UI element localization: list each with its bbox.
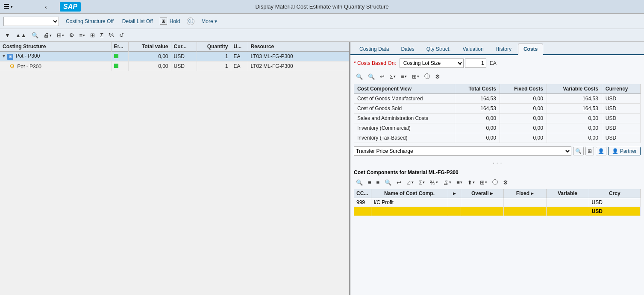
col-cost-component-view: Cost Component View: [354, 84, 455, 94]
table-row[interactable]: 999 I/C Profit USD: [354, 198, 641, 207]
bt-filter-button[interactable]: ⊿ ▾: [404, 178, 416, 187]
row-resource: LT03 ML-FG-P300: [248, 52, 349, 61]
row-error: [111, 61, 128, 71]
transfer-price-select[interactable]: Transfer Price Surcharge: [354, 146, 571, 156]
costing-structure-off-button[interactable]: Costing Structure Off: [64, 18, 115, 25]
expand-all-button[interactable]: ▲▲: [13, 31, 29, 40]
ct-list-button[interactable]: ≡ ▾: [399, 72, 409, 81]
table-row[interactable]: Cost of Goods Manufactured 164,53 0,00 1…: [354, 94, 641, 104]
expand-collapse-icon[interactable]: ▾: [3, 53, 5, 59]
table-row[interactable]: Inventory (Commercial) 0,00 0,00 0,00 US…: [354, 123, 641, 133]
ct-info-button[interactable]: ⓘ: [422, 71, 432, 82]
back-button[interactable]: ‹: [45, 3, 47, 10]
tp-grid-button[interactable]: ⊞: [585, 147, 594, 155]
hamburger-menu[interactable]: ☰ ▾: [3, 3, 13, 11]
table-row[interactable]: USD: [354, 207, 641, 216]
sap-logo: SAP: [60, 2, 81, 12]
cost-comp-fixed: 0,00: [500, 94, 547, 104]
table-row[interactable]: Cost of Goods Sold 164,53 0,00 164,53 US…: [354, 104, 641, 114]
cell-cc: 999: [354, 198, 371, 207]
cell-fixed: [503, 207, 546, 216]
table-row[interactable]: Sales and Administration Costs 0,00 0,00…: [354, 114, 641, 123]
bt-sum-button[interactable]: Σ ▾: [417, 178, 427, 187]
bt-fraction-button[interactable]: ⅗ ▾: [428, 178, 440, 187]
detail-list-off-button[interactable]: Detail List Off: [121, 18, 155, 25]
cost-comp-name: Cost of Goods Sold: [354, 104, 455, 114]
cost-comp-fixed: 0,00: [500, 123, 547, 133]
table-row[interactable]: ⚙ Pot - P300 0,00 USD 1 EA LT02 ML-FG-P3…: [0, 61, 349, 71]
tab-valuation[interactable]: Valuation: [457, 44, 489, 54]
title-bar: ☰ ▾ ‹ SAP Display Material Cost Estimate…: [0, 0, 644, 14]
error-indicator: [114, 64, 118, 68]
info-button[interactable]: ⓘ: [187, 18, 194, 25]
cost-components-title: Cost Components for Material ML-FG-P300: [354, 168, 641, 177]
cost-comp-currency: USD: [602, 123, 640, 133]
table-row[interactable]: ▾ ⊞ Pot - P300 0,00 USD 1 EA LT03 ML-FG-…: [0, 52, 349, 61]
col-fixed-costs: Fixed Costs: [500, 84, 547, 94]
bt-undo-button[interactable]: ↩: [394, 178, 403, 187]
menu-dropdown-icon[interactable]: ▾: [11, 5, 13, 9]
bt-align-left-button[interactable]: ≡: [366, 178, 373, 187]
col-error: Er...: [111, 42, 128, 52]
ct-settings-button[interactable]: ⚙: [433, 72, 442, 81]
ct-undo-button[interactable]: ↩: [378, 72, 387, 81]
costs-quantity-input[interactable]: [465, 58, 486, 68]
cell-name: [371, 207, 448, 216]
row-quantity: 1: [197, 52, 231, 61]
settings-button[interactable]: ⚙: [67, 31, 76, 40]
tab-history[interactable]: History: [490, 44, 517, 54]
cost-comp-fixed: 0,00: [500, 104, 547, 114]
search-button[interactable]: 🔍: [29, 31, 41, 40]
bt-search-button[interactable]: 🔍: [354, 178, 365, 187]
bt-align-right-button[interactable]: ≡: [374, 178, 382, 187]
hold-button[interactable]: Hold: [168, 18, 182, 25]
toolbar-select[interactable]: [3, 17, 59, 26]
cost-comp-fixed: 0,00: [500, 133, 547, 143]
row-error: [111, 52, 128, 61]
refresh-button[interactable]: ↺: [117, 31, 126, 40]
ct-grid-button[interactable]: ⊞ ▾: [410, 72, 421, 81]
sum-button[interactable]: Σ: [98, 31, 106, 40]
ct-sum-button[interactable]: Σ ▾: [388, 72, 398, 81]
tab-costing-data[interactable]: Costing Data: [354, 44, 394, 54]
tp-user-button[interactable]: 👤: [596, 147, 606, 155]
row-total-value: 0,00: [128, 61, 171, 71]
tabs-bar: Costing Data Dates Qty Struct. Valuation…: [350, 42, 644, 55]
table-row[interactable]: Inventory (Tax-Based) 0,00 0,00 0,00 USD: [354, 133, 641, 143]
bt-grid-button[interactable]: ⊞ ▾: [478, 178, 489, 187]
row-name: ▾ ⊞ Pot - P300: [0, 52, 111, 61]
filter-button[interactable]: ≡ ▾: [77, 31, 88, 40]
cost-comp-variable: 0,00: [547, 123, 602, 133]
costs-based-on-select[interactable]: Costing Lot Size: [400, 58, 464, 68]
collapse-all-button[interactable]: ▼: [3, 31, 12, 40]
more-button[interactable]: More ▾: [200, 18, 219, 25]
col-currency: Cur...: [171, 42, 197, 52]
ct-search-button[interactable]: 🔍: [354, 72, 365, 81]
print-button[interactable]: 🖨 ▾: [41, 31, 54, 40]
tab-qty-struct[interactable]: Qty Struct.: [421, 44, 456, 54]
col-variable-costs: Variable Costs: [547, 84, 602, 94]
col-name: Name of Cost Comp.: [371, 189, 448, 198]
costs-content: * Costs Based On: Costing Lot Size ▾ EA …: [350, 55, 644, 295]
partner-button[interactable]: 👤 Partner: [608, 147, 641, 155]
structure-icon: ⊞: [7, 54, 13, 60]
bt-import-button[interactable]: ⬆ ▾: [465, 178, 477, 187]
row-quantity: 1: [197, 61, 231, 71]
layout-button[interactable]: ⊞ ▾: [55, 31, 66, 40]
grid-button[interactable]: ⊞: [88, 31, 97, 40]
fraction-button[interactable]: ⅗: [106, 31, 116, 40]
bt-search2-button[interactable]: 🔍: [382, 178, 394, 187]
bt-settings-button[interactable]: ⚙: [501, 178, 510, 187]
tp-search-button[interactable]: 🔍: [573, 147, 584, 155]
menu-icon[interactable]: ☰: [3, 3, 9, 11]
bt-info-button[interactable]: ⓘ: [490, 177, 500, 187]
bt-layout-button[interactable]: ≡ ▾: [454, 178, 465, 187]
cell-variable: [546, 198, 589, 207]
col-unit: U...: [231, 42, 248, 52]
bt-print-button[interactable]: 🖨 ▾: [441, 178, 453, 187]
costs-based-on-row: * Costs Based On: Costing Lot Size ▾ EA: [354, 58, 641, 68]
tab-dates[interactable]: Dates: [395, 44, 420, 54]
ct-zoom-button[interactable]: 🔍: [366, 72, 377, 81]
tab-costs[interactable]: Costs: [518, 44, 543, 55]
col-costing-structure: Costing Structure: [0, 42, 111, 52]
